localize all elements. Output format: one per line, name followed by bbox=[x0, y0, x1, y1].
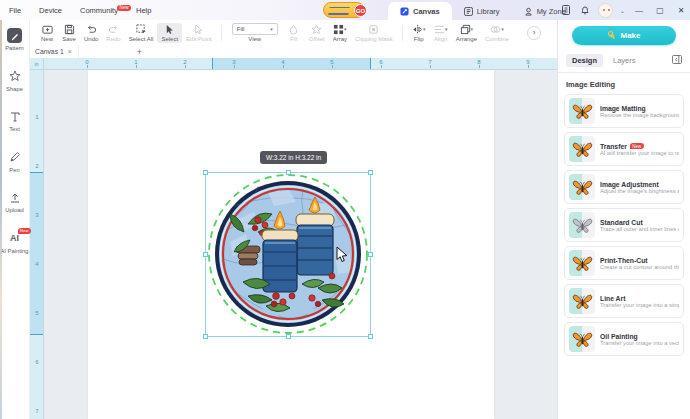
app-window: File Device Community New Help GO Canvas… bbox=[0, 0, 690, 419]
close-tab-icon[interactable]: × bbox=[68, 48, 72, 55]
tool-label: Clipping Mask bbox=[355, 36, 393, 42]
window-minimize-button[interactable]: — bbox=[632, 6, 646, 15]
sidebar-item-shape[interactable]: Shape bbox=[0, 69, 30, 93]
align-icon: ▾ bbox=[434, 24, 448, 35]
sidebar-item-pen[interactable]: Pen bbox=[0, 150, 30, 174]
more-tools-button[interactable]: › bbox=[527, 26, 541, 40]
tool-label: Fill bbox=[290, 36, 298, 42]
horizontal-ruler: 012 345 678 9 bbox=[44, 58, 557, 70]
card-print-then-cut[interactable]: Print-Then-Cut Create a cut contour arou… bbox=[564, 246, 684, 280]
chevron-down-icon: ▾ bbox=[344, 26, 347, 32]
menu-community-label: Community bbox=[80, 6, 118, 15]
card-oil-painting[interactable]: Oil Painting Transfer your image into a … bbox=[564, 322, 684, 356]
sidebar-item-ai-painting[interactable]: AI New AI Painting bbox=[0, 231, 30, 255]
butterfly-thumbnail bbox=[569, 326, 595, 352]
view-mode-dropdown[interactable]: Fill ▾ bbox=[232, 23, 278, 35]
tab-canvas[interactable]: Canvas bbox=[388, 2, 452, 20]
butterfly-thumbnail bbox=[569, 136, 595, 162]
canvas-viewport[interactable]: W:3.22 in H:3.22 in bbox=[44, 70, 557, 419]
card-image-adjustment[interactable]: Image Adjustment Adjust the image's brig… bbox=[564, 170, 684, 204]
sidebar-item-pattern[interactable]: Pattern bbox=[0, 28, 30, 52]
avatar-chevron-icon[interactable]: ⌄ bbox=[620, 7, 625, 14]
edit-point-icon bbox=[193, 24, 204, 35]
tap-hand-icon bbox=[607, 31, 616, 40]
menu-community[interactable]: Community New bbox=[71, 6, 127, 15]
butterfly-thumbnail bbox=[569, 98, 595, 124]
tool-label: New bbox=[41, 36, 53, 42]
card-title: Line Art bbox=[600, 295, 625, 302]
tab-canvas-label: Canvas bbox=[413, 7, 440, 16]
card-line-art[interactable]: Line Art Transfer your image into a simp… bbox=[564, 284, 684, 318]
window-maximize-button[interactable]: ▢ bbox=[653, 6, 667, 15]
undo-button[interactable]: Undo bbox=[80, 23, 102, 43]
redo-button[interactable]: Redo bbox=[102, 23, 124, 43]
edit-point-button[interactable]: Edit Point bbox=[182, 23, 216, 43]
tab-layers[interactable]: Layers bbox=[613, 56, 636, 65]
feedback-list-icon[interactable] bbox=[560, 4, 572, 16]
arrange-layers-icon: ▾ bbox=[460, 24, 474, 35]
tool-label: Edit Point bbox=[186, 36, 212, 42]
sidebar-item-label: Upload bbox=[5, 207, 23, 214]
notification-bell-icon[interactable] bbox=[579, 4, 591, 16]
tab-library-label: Library bbox=[477, 7, 500, 16]
menu-device[interactable]: Device bbox=[30, 6, 71, 15]
view-label: View bbox=[248, 36, 261, 42]
fill-button[interactable]: Fill bbox=[283, 23, 305, 43]
desktop-edge-sliver bbox=[0, 20, 2, 419]
offset-button[interactable]: Offset bbox=[305, 23, 329, 43]
chevron-down-icon: ▾ bbox=[423, 26, 426, 32]
sidebar-item-upload[interactable]: Upload bbox=[0, 190, 30, 214]
arrange-button[interactable]: ▾ Arrange bbox=[452, 23, 481, 43]
upload-icon bbox=[7, 190, 22, 205]
window-close-button[interactable]: ✕ bbox=[674, 6, 688, 15]
logo-go-badge: GO bbox=[354, 4, 367, 17]
undo-icon bbox=[86, 24, 97, 35]
chevron-down-icon: ▾ bbox=[471, 26, 474, 32]
select-button[interactable]: Select bbox=[157, 23, 182, 43]
flip-button[interactable]: ▾ Flip bbox=[408, 23, 430, 43]
selection-handle-n[interactable] bbox=[286, 170, 291, 175]
selection-handle-e[interactable] bbox=[368, 252, 373, 257]
card-transfer[interactable]: Transfer New AI will transfer your image… bbox=[564, 132, 684, 166]
workspace-tabs: Canvas Library My Zone bbox=[388, 0, 578, 20]
tool-label: Offset bbox=[309, 36, 325, 42]
selection-handle-se[interactable] bbox=[368, 334, 373, 339]
align-button[interactable]: ▾ Align bbox=[430, 23, 452, 43]
card-image-matting[interactable]: Image Matting Remove the image backgroun… bbox=[564, 94, 684, 128]
save-button[interactable]: Save bbox=[58, 23, 80, 43]
selection-handle-s[interactable] bbox=[286, 334, 291, 339]
canvas-page-tab[interactable]: Canvas 1 × bbox=[30, 45, 79, 58]
make-button[interactable]: Make bbox=[572, 26, 676, 45]
select-all-icon bbox=[136, 24, 147, 35]
tab-library[interactable]: Library bbox=[452, 2, 512, 20]
offset-star-icon bbox=[311, 24, 322, 35]
clipping-mask-button[interactable]: Clipping Mask bbox=[351, 23, 397, 43]
card-title: Standard Cut bbox=[600, 219, 643, 226]
selection-handle-w[interactable] bbox=[203, 252, 208, 257]
add-canvas-button[interactable]: + bbox=[137, 47, 142, 57]
array-button[interactable]: ▾ Array bbox=[329, 23, 351, 43]
new-file-icon bbox=[42, 24, 53, 35]
tab-design[interactable]: Design bbox=[566, 54, 603, 67]
redo-icon bbox=[108, 24, 119, 35]
card-title: Image Adjustment bbox=[600, 181, 659, 188]
pattern-icon bbox=[7, 28, 22, 43]
combine-button[interactable]: ▾ Combine bbox=[481, 23, 513, 43]
vertical-ruler: 123 456 7 bbox=[30, 70, 44, 419]
user-avatar[interactable] bbox=[598, 3, 613, 18]
card-desc: AI will transfer your image to new style… bbox=[600, 150, 679, 156]
butterfly-thumbnail bbox=[569, 288, 595, 314]
menu-help[interactable]: Help bbox=[127, 6, 160, 15]
tool-label: Align bbox=[434, 36, 447, 42]
new-button[interactable]: New bbox=[36, 23, 58, 43]
selection-handle-nw[interactable] bbox=[203, 170, 208, 175]
select-all-button[interactable]: Select All bbox=[125, 23, 158, 43]
collapse-panel-icon[interactable] bbox=[672, 55, 682, 66]
selection-handle-ne[interactable] bbox=[368, 170, 373, 175]
menu-file[interactable]: File bbox=[0, 6, 30, 15]
right-panel: Make Design Layers Image Editing Image M… bbox=[557, 20, 690, 419]
clipping-mask-icon bbox=[368, 24, 379, 35]
card-standard-cut[interactable]: Standard Cut Trace all outer and inner l… bbox=[564, 208, 684, 242]
sidebar-item-text[interactable]: Text bbox=[0, 109, 30, 133]
selection-handle-sw[interactable] bbox=[203, 334, 208, 339]
